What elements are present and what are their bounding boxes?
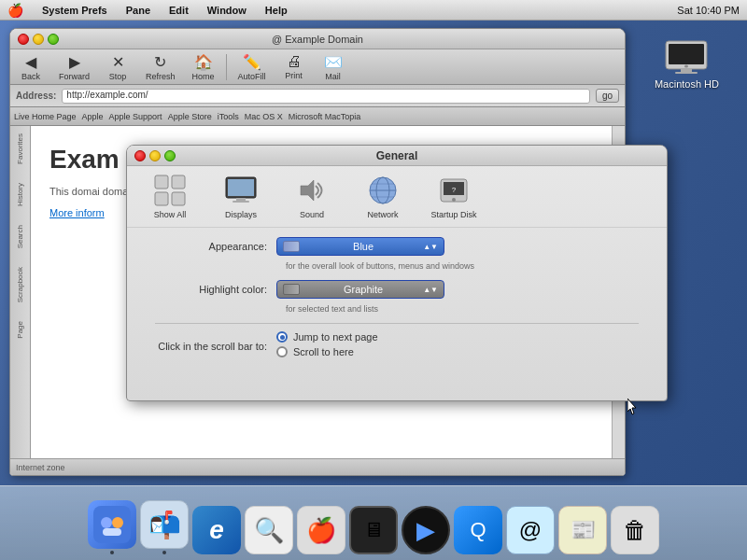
menubar-clock: Sat 10:40 PM <box>677 5 740 16</box>
dock-blue[interactable]: Q <box>454 506 502 554</box>
bookmark-live-home[interactable]: Live Home Page <box>14 112 77 121</box>
browser-titlebar: @ Example Domain <box>10 29 625 49</box>
bookmark-apple-store[interactable]: Apple Store <box>168 112 212 121</box>
browser-stop-btn[interactable]: ✕ Stop <box>101 51 134 83</box>
prefs-title: General <box>376 149 418 162</box>
displays-label: Displays <box>225 210 257 219</box>
appearance-swatch <box>283 241 300 252</box>
prefs-minimize-btn[interactable] <box>149 150 161 161</box>
radio-jump-to-next[interactable] <box>276 331 288 343</box>
highlight-dropdown-arrow: ▲▼ <box>423 286 438 294</box>
browser-refresh-btn[interactable]: ↻ Refresh <box>140 51 181 83</box>
dock-finder[interactable] <box>88 500 136 554</box>
dock-display[interactable]: 🖥 <box>349 506 398 554</box>
content-link[interactable]: More inform <box>49 207 105 218</box>
mac-hd-desktop-icon[interactable]: Macintosh HD <box>655 37 719 90</box>
browser-print-btn[interactable]: 🖨 Print <box>277 51 311 82</box>
bookmarks-bar: Live Home Page Apple Apple Support Apple… <box>10 107 625 126</box>
back-label: Back <box>21 72 40 81</box>
browser-forward-btn[interactable]: ▶ Forward <box>53 51 95 83</box>
svg-rect-5 <box>155 175 168 189</box>
browser-sidebar: Favorites History Search Scrapbook Page <box>10 126 31 471</box>
statusbar-text: Internet zone <box>16 463 65 472</box>
print-label: Print <box>285 71 303 80</box>
sidebar-page[interactable]: Page <box>16 321 24 339</box>
prefs-close-btn[interactable] <box>134 150 146 161</box>
display-icon: 🖥 <box>349 506 398 554</box>
emailer-icon: @ <box>506 506 555 554</box>
dock-sherlock[interactable]: 🔍 <box>245 506 293 554</box>
bookmark-apple[interactable]: Apple <box>82 112 104 121</box>
pref-startup-disk[interactable]: ? Startup Disk <box>426 174 482 219</box>
browser-back-btn[interactable]: ◀ Back <box>14 51 48 83</box>
sound-label: Sound <box>300 210 324 219</box>
svg-rect-3 <box>675 72 698 74</box>
pref-network[interactable]: Network <box>355 174 411 219</box>
pref-sound[interactable]: Sound <box>284 174 340 219</box>
stop-label: Stop <box>109 72 127 81</box>
browser-zoom-btn[interactable] <box>48 34 59 45</box>
sidebar-favorites[interactable]: Favorites <box>16 133 24 164</box>
browser-mail-btn[interactable]: ✉️ Mail <box>317 51 350 83</box>
highlight-select[interactable]: Graphite ▲▼ <box>276 280 444 299</box>
bookmark-apple-support[interactable]: Apple Support <box>109 112 162 121</box>
menu-help[interactable]: Help <box>258 3 295 18</box>
network-icon <box>366 174 400 207</box>
svg-rect-6 <box>172 175 185 189</box>
svg-rect-24 <box>93 506 131 543</box>
address-input[interactable]: http://example.com/ <box>62 89 590 104</box>
bookmark-itools[interactable]: iTools <box>218 112 239 121</box>
menu-system-prefs[interactable]: System Prefs <box>35 3 115 18</box>
dock-ie[interactable]: e <box>192 506 241 554</box>
show-all-icon <box>153 174 187 207</box>
appearance-select[interactable]: Blue ▲▼ <box>276 237 444 256</box>
browser-home-btn[interactable]: 🏠 Home <box>187 51 220 83</box>
apple-menu[interactable]: 🍎 <box>7 3 23 18</box>
menu-edit[interactable]: Edit <box>162 3 196 18</box>
bookmark-mactopia[interactable]: Microsoft MacTopia <box>289 112 361 121</box>
refresh-label: Refresh <box>146 72 176 81</box>
blue-icon: Q <box>454 506 502 554</box>
scrollbar-section: Click in the scroll bar to: Jump to next… <box>146 331 648 361</box>
dock-system-prefs[interactable]: 🍎 <box>297 506 345 554</box>
startup-disk-icon: ? <box>437 174 471 207</box>
appearance-value: Blue <box>353 241 374 252</box>
sidebar-scrapbook[interactable]: Scrapbook <box>16 267 24 302</box>
radio-scroll-here[interactable] <box>276 346 288 357</box>
browser-autofill-btn[interactable]: ✏️ AutoFill <box>233 51 272 83</box>
print-icon: 🖨 <box>287 53 302 70</box>
svg-point-4 <box>684 65 688 68</box>
dock-emailer[interactable]: @ <box>506 506 555 554</box>
svg-rect-7 <box>155 192 168 205</box>
dock-newspaper[interactable]: 📰 <box>558 506 607 554</box>
sound-icon <box>295 174 329 207</box>
bookmark-macosx[interactable]: Mac OS X <box>245 112 283 121</box>
mac-hd-icon <box>664 37 709 75</box>
prefs-body: Appearance: Blue ▲▼ for the overall look… <box>127 228 667 376</box>
browser-minimize-btn[interactable] <box>33 34 44 45</box>
svg-rect-1 <box>669 44 704 64</box>
dock: 📬 e 🔍 🍎 🖥 ▶ Q @ <box>0 485 747 560</box>
dock-trash[interactable]: 🗑 <box>611 506 659 554</box>
menu-pane[interactable]: Pane <box>119 3 158 18</box>
scrollbar-options: Jump to next page Scroll to here <box>276 331 378 361</box>
highlight-hint: for selected text and lists <box>286 304 648 314</box>
dock-quicktime[interactable]: ▶ <box>402 506 450 554</box>
prefs-icons-row: Show All Displays Sound <box>127 166 667 228</box>
sidebar-search[interactable]: Search <box>16 225 24 248</box>
pref-show-all[interactable]: Show All <box>142 174 198 219</box>
prefs-zoom-btn[interactable] <box>164 150 176 161</box>
svg-text:?: ? <box>452 186 457 194</box>
pref-displays[interactable]: Displays <box>213 174 269 219</box>
home-label: Home <box>192 72 215 81</box>
dock-mail[interactable]: 📬 <box>140 500 189 554</box>
quicktime-icon: ▶ <box>402 506 450 554</box>
sidebar-history[interactable]: History <box>16 183 24 206</box>
svg-point-26 <box>112 517 123 528</box>
appearance-label: Appearance: <box>146 241 276 252</box>
ie-icon: e <box>192 506 241 554</box>
appearance-dropdown-arrow: ▲▼ <box>423 243 438 251</box>
go-button[interactable]: go <box>596 89 619 103</box>
browser-close-btn[interactable] <box>18 34 29 45</box>
menu-window[interactable]: Window <box>200 3 254 18</box>
